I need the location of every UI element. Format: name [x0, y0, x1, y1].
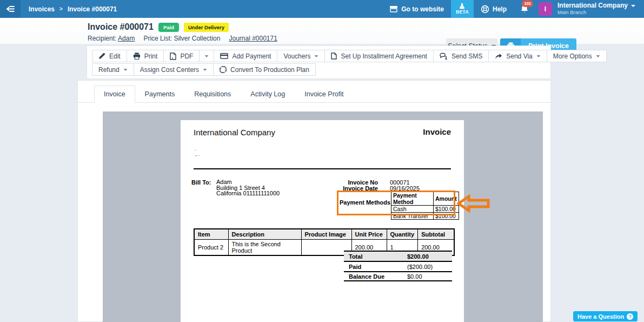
delivery-status-badge: Under Delivery — [184, 23, 229, 32]
tab-payments[interactable]: Payments — [135, 86, 185, 103]
total-label: Total — [344, 253, 406, 260]
bill-to-address: Adam Building 1 Street 4 California 0111… — [216, 179, 280, 196]
recipient-label: Recipient: — [88, 35, 116, 42]
total-value: $200.00 — [406, 253, 429, 260]
pdf-label: PDF — [180, 52, 193, 60]
printer-icon — [133, 52, 141, 60]
help-label: Help — [493, 5, 507, 13]
have-a-question-button[interactable]: Have a Question ? — [573, 311, 638, 321]
balance-due-row: Balance Due $0.00 — [344, 271, 452, 281]
pdf-file-icon — [170, 52, 176, 60]
chevron-down-icon — [203, 69, 207, 70]
doc-address-line1: . — [195, 146, 196, 152]
bill-to-city: California 011111111000 — [216, 190, 280, 196]
beta-label: BETA — [456, 9, 469, 15]
recipient-link[interactable]: Adam — [118, 35, 135, 42]
edit-label: Edit — [109, 52, 121, 60]
paid-value: ($200.00) — [406, 264, 433, 270]
print-label: Print — [144, 52, 158, 60]
breadcrumb: Invoices > Invoice #000071 — [29, 5, 117, 13]
tab-bar: Invoice Payments Requisitions Activity L… — [78, 81, 550, 103]
collapse-arrow-icon — [6, 5, 15, 13]
pencil-icon — [98, 52, 105, 60]
send-via-dropdown[interactable]: Send Via — [488, 50, 547, 62]
breadcrumb-current: Invoice #000071 — [68, 5, 117, 13]
vouchers-dropdown[interactable]: Vouchers — [277, 50, 325, 62]
assign-cost-centers-label: Assign Cost Centers — [140, 66, 199, 74]
price-list-field: Price List: Silver Collection — [143, 35, 220, 42]
share-arrow-icon — [495, 53, 502, 60]
top-navigation-bar: Invoices > Invoice #000071 Go to website… — [0, 0, 644, 18]
refund-label: Refund — [98, 66, 119, 74]
company-menu[interactable]: International Company Main Branch — [557, 2, 635, 16]
send-sms-button[interactable]: Send SMS — [433, 50, 489, 62]
items-header-unit-price: Unit Price — [351, 229, 387, 239]
chevron-down-icon — [596, 55, 600, 57]
page-title: Invoice #000071 — [88, 22, 154, 32]
convert-icon — [220, 66, 227, 73]
invoice-preview-viewer: International Company Invoice . ., . Bil… — [103, 111, 543, 322]
chevron-down-icon — [205, 55, 209, 57]
doc-header-rule — [194, 168, 451, 169]
chevron-down-icon — [536, 55, 540, 57]
assign-cost-centers-dropdown[interactable]: Assign Cost Centers — [134, 63, 214, 76]
print-button[interactable]: Print — [127, 50, 164, 62]
invoice-content-card: Invoice Payments Requisitions Activity L… — [77, 80, 551, 322]
items-header-quantity: Quantity — [387, 229, 418, 239]
breadcrumb-separator: > — [59, 6, 63, 12]
send-via-label: Send Via — [506, 52, 533, 60]
recipient-field: Recipient: Adam — [88, 35, 135, 42]
pdf-button[interactable]: PDF — [163, 50, 200, 62]
refund-dropdown[interactable]: Refund — [92, 63, 134, 76]
question-mark-icon: ? — [627, 313, 633, 320]
balance-due-label: Balance Due — [344, 273, 406, 280]
bill-to-label: Bill To: — [191, 179, 211, 186]
vouchers-label: Vouchers — [283, 52, 310, 60]
doc-title: Invoice — [423, 127, 451, 136]
tab-invoice[interactable]: Invoice — [94, 86, 135, 103]
balance-due-value: $0.00 — [406, 273, 422, 280]
add-payment-button[interactable]: Add Payment — [214, 50, 277, 62]
chevron-down-icon — [123, 69, 127, 70]
have-a-question-label: Have a Question — [577, 313, 624, 320]
go-to-website-label: Go to website — [401, 5, 444, 13]
payment-methods-highlight-box — [337, 190, 455, 215]
life-ring-icon — [481, 5, 489, 14]
edit-button[interactable]: Edit — [92, 50, 127, 62]
notifications-button[interactable]: 102 — [514, 0, 535, 18]
more-options-dropdown[interactable]: More Options — [547, 50, 607, 62]
beta-button[interactable]: BETA — [451, 0, 474, 18]
breadcrumb-invoices-link[interactable]: Invoices — [29, 5, 55, 13]
page-header: Invoice #000071 Paid Under Delivery Reci… — [0, 18, 644, 44]
item-description: This is the Second Product — [228, 239, 301, 255]
paid-status-badge: Paid — [158, 23, 179, 32]
send-sms-label: Send SMS — [452, 52, 482, 60]
tab-invoice-profit[interactable]: Invoice Profit — [295, 86, 353, 103]
convert-to-production-plan-button[interactable]: Convert To Production Plan — [213, 63, 316, 76]
go-to-website-button[interactable]: Go to website — [382, 0, 451, 18]
chevron-down-icon — [315, 55, 318, 57]
tab-activity-log[interactable]: Activity Log — [241, 86, 295, 103]
price-list-label: Price List: — [143, 35, 172, 42]
doc-company-name: International Company — [194, 128, 275, 137]
items-header-product-image: Product Image — [301, 229, 351, 239]
pdf-options-dropdown[interactable] — [199, 50, 214, 62]
action-toolbar: Edit Print PDF Add Payment Vouchers — [87, 45, 551, 79]
help-button[interactable]: Help — [474, 0, 514, 18]
price-list-value: Silver Collection — [174, 35, 220, 42]
avatar[interactable]: I — [539, 2, 552, 16]
notification-count-badge: 102 — [522, 1, 533, 7]
chevron-down-icon — [631, 5, 635, 7]
item-name: Product 2 — [194, 239, 228, 255]
items-header-subtotal: Subtotal — [418, 229, 454, 239]
more-options-label: More Options — [553, 52, 592, 60]
tab-requisitions[interactable]: Requisitions — [184, 86, 241, 103]
paid-row: Paid ($200.00) — [344, 261, 452, 271]
bill-to-name: Adam — [216, 179, 280, 185]
collapse-sidebar-button[interactable] — [0, 0, 21, 18]
setup-installment-agreement-button[interactable]: Set Up Installment Agreement — [324, 50, 433, 62]
totals-section: Total $200.00 Paid ($200.00) Balance Due… — [344, 251, 452, 281]
flask-icon — [459, 3, 465, 9]
items-header-description: Description — [228, 229, 301, 239]
journal-link[interactable]: Journal #000171 — [229, 35, 277, 42]
